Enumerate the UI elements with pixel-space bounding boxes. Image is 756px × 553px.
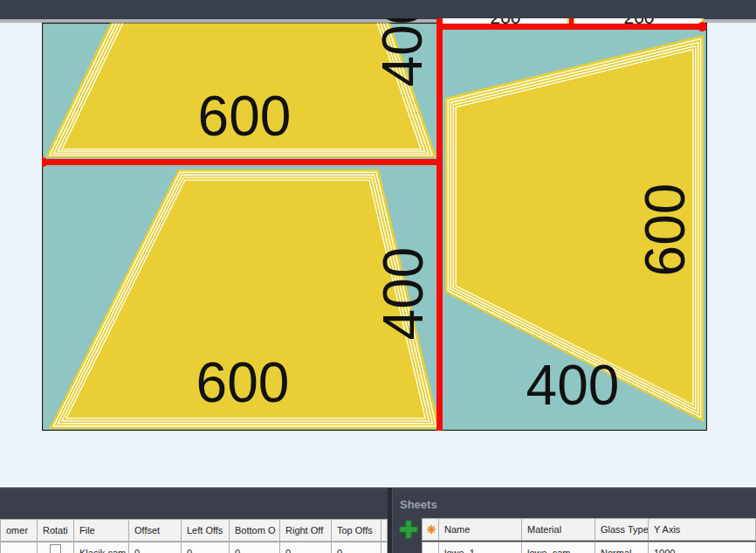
dim-200-right: 200 — [623, 18, 654, 27]
parts-column-header-Bottom O[interactable]: Bottom O — [230, 519, 280, 542]
dim-600-top-left-piece: 600 — [198, 85, 292, 148]
parts-row-cell[interactable]: 0 — [332, 542, 381, 553]
sheets-row-cell[interactable]: 1000 — [649, 542, 756, 553]
rotation-checkbox[interactable] — [50, 544, 61, 553]
dim-600-bottom-left-piece: 600 — [196, 351, 290, 414]
parts-column-header-blank[interactable] — [381, 519, 388, 542]
panel-divider[interactable] — [388, 487, 393, 553]
parts-column-header-omer[interactable]: omer — [0, 519, 38, 542]
parts-column-header-Rotati[interactable]: Rotati — [38, 519, 74, 542]
parts-column-header-File[interactable]: File — [74, 519, 129, 542]
dim-400-middle-edge: 400 — [372, 247, 435, 341]
parts-column-header-Right Off[interactable]: Right Off — [280, 519, 332, 542]
parts-row-cell[interactable] — [0, 542, 38, 553]
parts-row-cell[interactable] — [381, 542, 388, 553]
sheets-marker-column-header — [422, 518, 439, 541]
sheets-row-cell[interactable]: Normal — [595, 542, 649, 553]
parts-row-cell[interactable]: Klasik cam — [74, 542, 129, 553]
sheets-column-header-y-axis[interactable]: Y Axis — [649, 518, 756, 541]
plus-icon — [397, 518, 420, 541]
parts-row-cell[interactable]: 0 — [280, 542, 332, 553]
parts-column-header-Left Offs[interactable]: Left Offs — [182, 519, 230, 542]
marker-asterisk-icon — [426, 524, 436, 535]
cut-line-horizontal-top-endpoint[interactable] — [698, 22, 707, 31]
parts-row-cell[interactable]: 0 — [182, 542, 230, 553]
parts-column-header-Offset[interactable]: Offset — [129, 519, 182, 542]
cutting-layout-canvas[interactable]: 600400600400600400200200 — [42, 18, 707, 431]
dim-200-left: 200 — [490, 18, 520, 27]
sheets-row-marker-cell[interactable] — [422, 542, 439, 553]
sheets-column-header-material[interactable]: Material — [522, 518, 595, 541]
parts-column-header-Top Offs[interactable]: Top Offs — [332, 519, 381, 542]
sheets-column-header-name[interactable]: Name — [439, 518, 522, 541]
dim-400-top-edge: 400 — [371, 18, 434, 86]
parts-row-cell[interactable]: 0 — [129, 542, 182, 553]
sheets-row-cell[interactable]: lowe_cam — [522, 542, 595, 553]
sheets-panel-title: Sheets — [400, 498, 437, 511]
dim-600-right-piece: 600 — [634, 183, 697, 277]
sheets-column-header-glass-type[interactable]: Glass Type — [595, 518, 649, 541]
add-sheet-button[interactable] — [397, 518, 420, 541]
dim-400-right-piece: 400 — [526, 354, 620, 417]
sheets-row-cell[interactable]: lowe_1 — [439, 542, 522, 553]
title-bar — [0, 0, 756, 19]
parts-row-cell[interactable]: 0 — [230, 542, 280, 553]
